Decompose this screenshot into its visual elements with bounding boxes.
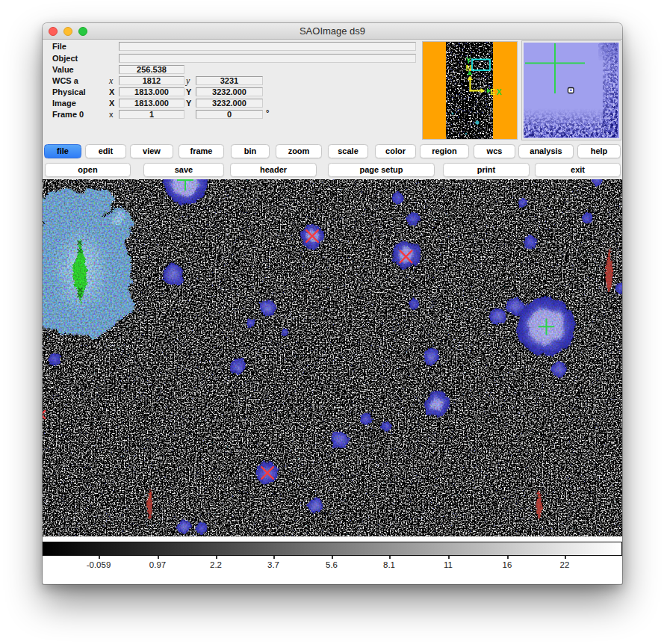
svg-text:N: N [466, 64, 472, 72]
svg-text:E: E [490, 87, 495, 96]
svg-text:X: X [496, 87, 501, 96]
